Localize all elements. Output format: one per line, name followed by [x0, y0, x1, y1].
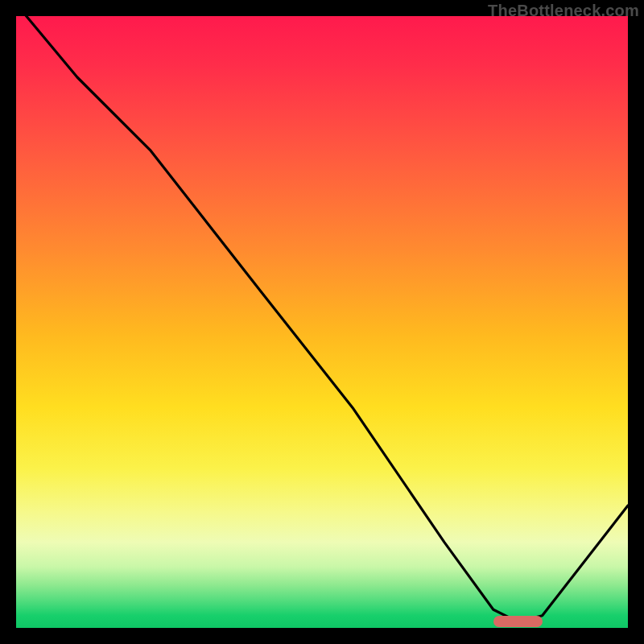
- chart-frame: [16, 16, 628, 628]
- watermark-text: TheBottleneck.com: [488, 2, 639, 20]
- bottleneck-curve: [16, 16, 628, 628]
- optimal-range-marker: [493, 616, 543, 627]
